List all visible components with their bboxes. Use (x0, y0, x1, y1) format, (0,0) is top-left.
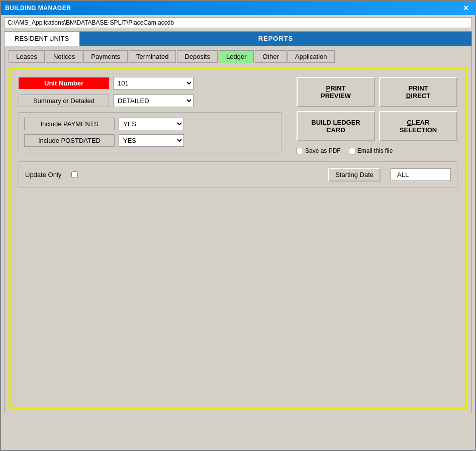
print-preview-button[interactable]: PRINTPREVIEW (297, 77, 375, 107)
save-as-pdf-label: Save as PDF (305, 147, 341, 154)
tab-resident-units[interactable]: RESIDENT UNITS (4, 31, 79, 46)
window-title: BUILDING MANAGER (5, 5, 71, 12)
unit-number-select[interactable]: 101 102 103 104 (113, 77, 194, 89)
unit-number-row: Unit Number 101 102 103 104 (19, 77, 281, 89)
postdated-row: Include POSTDATED YES NO (24, 134, 276, 147)
content-area: Leases Notices Payments Terminated Depos… (4, 46, 472, 413)
update-only-label: Update Only (25, 171, 61, 178)
form-section: Unit Number 101 102 103 104 Summary or D… (19, 77, 457, 156)
title-bar: BUILDING MANAGER ✕ (1, 1, 475, 15)
panel-area: Unit Number 101 102 103 104 Summary or D… (9, 67, 467, 409)
sub-tab-ledger[interactable]: Ledger (219, 50, 254, 63)
payments-label: Include PAYMENTS (24, 118, 115, 130)
sub-tabs: Leases Notices Payments Terminated Depos… (5, 46, 471, 63)
unit-number-label: Unit Number (19, 77, 109, 89)
clear-selection-button[interactable]: CLEARSELECTION (379, 111, 457, 141)
sub-tab-payments[interactable]: Payments (83, 50, 128, 63)
sub-tab-other[interactable]: Other (255, 50, 287, 63)
sub-tab-leases[interactable]: Leases (9, 50, 45, 63)
checkbox-row: Save as PDF Email this file (297, 145, 457, 156)
main-window: BUILDING MANAGER ✕ C:\AMS_Applications\B… (0, 0, 476, 451)
bottom-section: Update Only Starting Date ALL (19, 161, 457, 188)
sub-tab-terminated[interactable]: Terminated (129, 50, 176, 63)
save-as-pdf-checkbox[interactable] (297, 148, 303, 154)
starting-date-value: ALL (391, 168, 451, 181)
path-bar: C:\AMS_Applications\BM\DATABASE-SPLIT\Pl… (4, 17, 472, 28)
payments-row: Include PAYMENTS YES NO (24, 118, 276, 130)
summary-row: Summary or Detailed DETAILED SUMMARY (19, 95, 281, 107)
print-direct-button[interactable]: PRINTDIRECT (379, 77, 457, 107)
update-only-checkbox[interactable] (71, 171, 78, 178)
sub-fields: Include PAYMENTS YES NO Include POSTDATE… (19, 112, 281, 152)
email-file-checkbox[interactable] (349, 148, 355, 154)
close-button[interactable]: ✕ (461, 4, 471, 12)
build-ledger-card-button[interactable]: BUILD LEDGERCARD (297, 111, 375, 141)
form-right: PRINTPREVIEW PRINTDIRECT BUILD LEDGERCAR… (297, 77, 457, 156)
postdated-label: Include POSTDATED (24, 134, 115, 147)
postdated-select[interactable]: YES NO (119, 134, 184, 147)
sub-tab-deposits[interactable]: Deposits (177, 50, 218, 63)
summary-label: Summary or Detailed (19, 95, 109, 107)
buttons-grid: PRINTPREVIEW PRINTDIRECT BUILD LEDGERCAR… (297, 77, 457, 141)
form-left: Unit Number 101 102 103 104 Summary or D… (19, 77, 281, 156)
tab-reports[interactable]: REPORTS (79, 31, 472, 46)
starting-date-button[interactable]: Starting Date (328, 168, 380, 182)
sub-tab-notices[interactable]: Notices (46, 50, 82, 63)
email-file-item: Email this file (349, 147, 393, 154)
payments-select[interactable]: YES NO (119, 118, 184, 130)
save-as-pdf-item: Save as PDF (297, 147, 341, 154)
main-tabs: RESIDENT UNITS REPORTS (4, 31, 472, 46)
sub-tab-application[interactable]: Application (288, 50, 335, 63)
email-file-label: Email this file (357, 147, 393, 154)
summary-select[interactable]: DETAILED SUMMARY (113, 95, 194, 107)
